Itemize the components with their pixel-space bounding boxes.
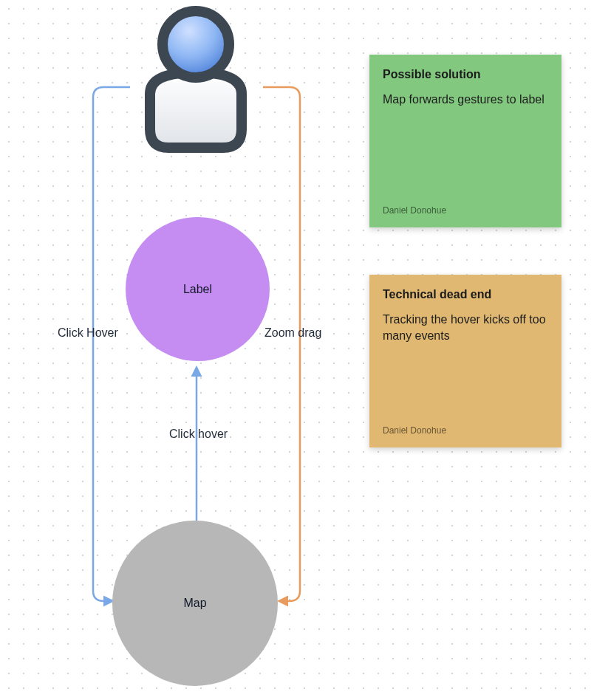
sticky-author: Daniel Donohue xyxy=(383,205,446,216)
sticky-body: Map forwards gestures to label xyxy=(383,92,548,108)
sticky-technical-dead-end[interactable]: Technical dead end Tracking the hover ki… xyxy=(369,275,561,447)
sticky-author: Daniel Donohue xyxy=(383,425,446,436)
edge-label-zoom-drag: Zoom drag xyxy=(264,326,321,340)
sticky-title: Technical dead end xyxy=(383,288,548,301)
user-icon xyxy=(126,0,266,155)
user-node[interactable] xyxy=(126,0,266,155)
label-node[interactable]: Label xyxy=(126,217,270,361)
edge-click-hover-left xyxy=(93,87,130,601)
label-node-text: Label xyxy=(183,283,212,296)
edge-label-click-hover-mid: Click hover xyxy=(169,428,228,441)
edge-zoom-drag xyxy=(263,87,300,601)
sticky-possible-solution[interactable]: Possible solution Map forwards gestures … xyxy=(369,55,561,227)
diagram-canvas[interactable]: Label Map Click Hover Zoom drag Click ho… xyxy=(0,0,594,700)
sticky-title: Possible solution xyxy=(383,68,548,81)
sticky-body: Tracking the hover kicks off too many ev… xyxy=(383,312,548,343)
svg-point-0 xyxy=(163,11,229,78)
map-node-text: Map xyxy=(183,597,206,610)
edge-label-click-hover-left: Click Hover xyxy=(58,326,118,340)
map-node[interactable]: Map xyxy=(112,521,278,686)
